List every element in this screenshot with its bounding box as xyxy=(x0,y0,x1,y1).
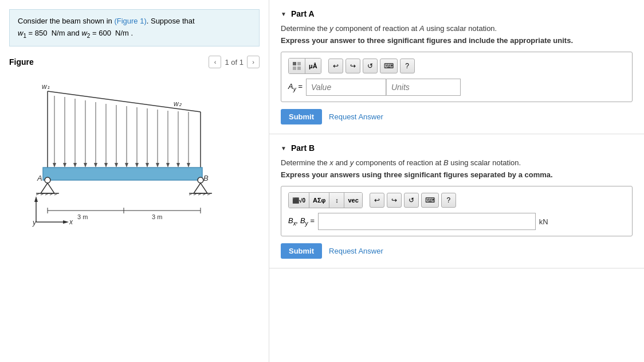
part-a-input-label: Ay = xyxy=(288,82,303,92)
part-b-sqrt-symbol: ⬛√0 xyxy=(292,197,305,204)
svg-marker-6 xyxy=(63,163,66,168)
part-a-mu-symbol: μÅ xyxy=(309,63,317,69)
figure-nav: ‹ 1 of 1 › xyxy=(209,56,260,68)
part-b-input-row: Bx, By = kN xyxy=(288,213,625,230)
svg-marker-10 xyxy=(84,163,87,168)
part-a-format-group: μÅ xyxy=(288,58,321,74)
part-a-request-link[interactable]: Request Answer xyxy=(329,112,383,121)
part-b-action-row: Submit Request Answer xyxy=(281,243,633,259)
svg-marker-16 xyxy=(115,163,118,168)
part-a-refresh-btn[interactable]: ↺ xyxy=(363,59,378,73)
part-b-value-input[interactable] xyxy=(318,213,536,230)
dim2-label: 3 m xyxy=(152,213,162,220)
part-b-format-group: ⬛√0 AΣφ ↕ vec xyxy=(288,192,363,208)
support-b xyxy=(194,183,207,193)
part-b-sigma-btn[interactable]: AΣφ xyxy=(309,193,329,208)
part-a-chevron: ▼ xyxy=(281,11,286,17)
part-b-help-btn[interactable]: ? xyxy=(441,193,456,208)
prev-figure-btn[interactable]: ‹ xyxy=(209,56,221,68)
part-b-submit-btn[interactable]: Submit xyxy=(281,243,322,259)
part-a-undo-btn[interactable]: ↩ xyxy=(328,59,343,73)
support-a xyxy=(41,183,54,193)
part-b-unit-label: kN xyxy=(539,217,548,226)
part-a-help-btn[interactable]: ? xyxy=(400,59,415,73)
part-b-redo-btn[interactable]: ↪ xyxy=(387,193,402,208)
part-b-arrow-btn[interactable]: ↕ xyxy=(329,193,344,208)
part-a-header[interactable]: ▼ Part A xyxy=(281,9,633,18)
svg-marker-8 xyxy=(73,163,77,168)
svg-marker-26 xyxy=(166,163,170,168)
part-b-answer-box: ⬛√0 AΣφ ↕ vec ↩ ↪ ↺ ⌨ ? xyxy=(281,186,633,236)
part-a-answer-box: μÅ ↩ ↪ ↺ ⌨ ? Ay = xyxy=(281,52,633,102)
svg-marker-30 xyxy=(187,163,190,168)
y-label: y xyxy=(32,219,37,227)
part-b-chevron: ▼ xyxy=(281,145,286,151)
b-label: B xyxy=(203,174,209,182)
figure-page: 1 of 1 xyxy=(225,58,244,67)
part-b-section: ▼ Part B Determine the x and y component… xyxy=(269,134,644,268)
next-figure-btn[interactable]: › xyxy=(247,56,260,68)
part-b-request-link[interactable]: Request Answer xyxy=(329,247,383,255)
part-b-header[interactable]: ▼ Part B xyxy=(281,143,633,153)
svg-marker-22 xyxy=(146,163,149,168)
part-b-sqrt-btn[interactable]: ⬛√0 xyxy=(289,193,309,208)
svg-marker-4 xyxy=(53,163,56,168)
part-b-undo-btn[interactable]: ↩ xyxy=(370,193,384,208)
part-b-vec-btn[interactable]: vec xyxy=(344,193,362,208)
right-panel: ▼ Part A Determine the y component of re… xyxy=(269,0,644,362)
svg-rect-56 xyxy=(297,67,301,70)
part-b-sigma-symbol: AΣφ xyxy=(313,197,325,204)
part-b-keyboard-btn[interactable]: ⌨ xyxy=(421,193,439,208)
svg-rect-55 xyxy=(293,67,296,70)
part-a-units-input[interactable] xyxy=(386,79,461,96)
svg-marker-20 xyxy=(135,163,139,168)
problem-line1: Consider the beam shown in (Figure 1). S… xyxy=(18,15,251,28)
part-b-refresh-btn[interactable]: ↺ xyxy=(404,193,419,208)
svg-marker-18 xyxy=(125,163,128,168)
svg-marker-24 xyxy=(156,163,159,168)
part-b-description: Determine the x and y components of reac… xyxy=(281,158,633,167)
figure-title: Figure xyxy=(9,57,34,67)
svg-rect-53 xyxy=(293,62,296,65)
svg-marker-28 xyxy=(176,163,180,168)
svg-marker-14 xyxy=(104,163,108,168)
part-a-label: Part A xyxy=(291,9,315,18)
part-b-vec-symbol: vec xyxy=(348,197,358,204)
figure-area: w₁ w₂ xyxy=(9,73,260,233)
part-a-instruction: Express your answer to three significant… xyxy=(281,36,633,45)
left-panel: Consider the beam shown in (Figure 1). S… xyxy=(0,0,269,362)
problem-line2: w1 = 850 N/m and w2 = 600 N/m . xyxy=(18,28,251,41)
w1-label: w₁ xyxy=(42,83,50,91)
part-b-input-label: Bx, By = xyxy=(288,216,315,227)
beam-diagram: w₁ w₂ xyxy=(32,79,238,228)
svg-marker-45 xyxy=(34,196,38,202)
part-a-section: ▼ Part A Determine the y component of re… xyxy=(269,0,644,134)
part-b-label: Part B xyxy=(291,143,315,153)
part-a-value-input[interactable] xyxy=(306,79,386,96)
part-a-submit-btn[interactable]: Submit xyxy=(281,109,322,124)
svg-rect-31 xyxy=(43,168,202,180)
part-a-redo-btn[interactable]: ↪ xyxy=(345,59,360,73)
w2-label: w₂ xyxy=(174,100,182,108)
pin-a xyxy=(45,177,50,183)
part-a-input-row: Ay = xyxy=(288,79,625,96)
pin-b xyxy=(198,177,203,183)
part-a-symbol-btn[interactable]: μÅ xyxy=(305,59,321,73)
part-b-arrow-symbol: ↕ xyxy=(335,197,339,204)
part-a-description: Determine the y component of reaction at… xyxy=(281,24,633,33)
part-a-matrix-btn[interactable] xyxy=(289,59,305,73)
part-b-instruction: Express your answers using three signifi… xyxy=(281,170,633,179)
part-a-action-row: Submit Request Answer xyxy=(281,109,633,124)
a-label: A xyxy=(37,174,42,182)
part-a-keyboard-btn[interactable]: ⌨ xyxy=(380,59,398,73)
svg-marker-47 xyxy=(63,220,69,224)
part-b-toolbar: ⬛√0 AΣφ ↕ vec ↩ ↪ ↺ ⌨ ? xyxy=(288,192,625,208)
part-a-toolbar: μÅ ↩ ↪ ↺ ⌨ ? xyxy=(288,58,625,74)
dim1-label: 3 m xyxy=(77,213,88,220)
svg-marker-12 xyxy=(94,163,97,168)
problem-statement: Consider the beam shown in (Figure 1). S… xyxy=(9,9,260,46)
figure-header: Figure ‹ 1 of 1 › xyxy=(9,56,260,68)
x-label: x xyxy=(69,218,73,226)
svg-rect-54 xyxy=(297,62,301,65)
